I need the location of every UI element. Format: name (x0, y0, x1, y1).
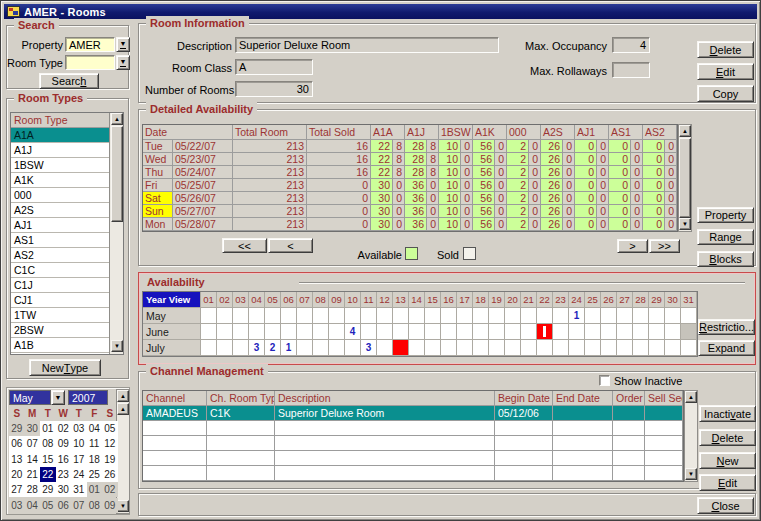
property-input[interactable]: AMER (65, 37, 115, 52)
year-view-cell[interactable] (329, 340, 345, 356)
room-type-item[interactable]: C1C (11, 263, 110, 278)
room-type-item[interactable]: AJ1 (11, 218, 110, 233)
calendar-day[interactable]: 05 (40, 498, 56, 513)
channel-empty-row[interactable] (143, 451, 683, 466)
year-view-cell[interactable] (681, 308, 697, 324)
year-view-cell[interactable] (649, 340, 665, 356)
blocks-button[interactable]: Blocks (697, 251, 754, 267)
calendar-day[interactable]: 05 (102, 421, 118, 436)
year-view-cell[interactable] (585, 308, 601, 324)
inactivate-button[interactable]: Inactivate (699, 405, 756, 422)
calendar-day[interactable]: 30 (56, 482, 72, 497)
year-view-cell[interactable] (393, 324, 409, 340)
availability-row[interactable]: Thu05/24/072131622828810056020260000000 (143, 166, 677, 179)
year-view-cell[interactable] (249, 324, 265, 340)
availability-row[interactable]: Wed05/23/072131622828810056020260000000 (143, 153, 677, 166)
calendar-day[interactable]: 03 (71, 421, 87, 436)
year-view-cell[interactable]: 1 (569, 308, 585, 324)
year-view-cell[interactable] (457, 324, 473, 340)
year-view-cell[interactable] (393, 340, 409, 356)
year-view-cell[interactable]: 2 (265, 340, 281, 356)
availability-row[interactable]: Sat05/26/07213030036010056020260000000 (143, 192, 677, 205)
year-view-cell[interactable] (617, 340, 633, 356)
room-type-item[interactable]: A2S (11, 203, 110, 218)
edit-room-button[interactable]: Edit (697, 63, 754, 80)
year-view-cell[interactable] (601, 340, 617, 356)
scroll-down-icon[interactable]: ▼ (679, 218, 691, 230)
number-of-rooms-field[interactable]: 30 (235, 81, 313, 97)
calendar-day[interactable]: 04 (25, 498, 41, 513)
year-view-cell[interactable] (345, 340, 361, 356)
channel-row[interactable]: AMADEUSC1KSuperior Deluxe Room05/12/06 (143, 406, 683, 421)
year-view-cell[interactable] (665, 308, 681, 324)
year-view-cell[interactable] (633, 324, 649, 340)
calendar-month-dropdown-icon[interactable]: ▼ (51, 390, 65, 405)
year-view-cell[interactable] (313, 324, 329, 340)
year-view-cell[interactable] (425, 324, 441, 340)
calendar-day[interactable]: 08 (87, 498, 103, 513)
year-view-cell[interactable] (217, 324, 233, 340)
restrictions-button[interactable]: Restrictio... (698, 319, 755, 335)
year-view-cell[interactable]: 3 (249, 340, 265, 356)
year-view-cell[interactable] (521, 324, 537, 340)
year-view-cell[interactable] (329, 324, 345, 340)
year-view-cell[interactable] (297, 308, 313, 324)
calendar-day[interactable]: 20 (9, 467, 25, 482)
scroll-up-icon[interactable]: ▲ (117, 390, 129, 402)
channel-empty-row[interactable] (143, 421, 683, 436)
calendar-day[interactable]: 02 (56, 421, 72, 436)
year-view-cell[interactable] (377, 324, 393, 340)
title-bar[interactable]: AMER - Rooms (4, 4, 757, 19)
year-view-cell[interactable] (633, 340, 649, 356)
year-view-cell[interactable] (473, 308, 489, 324)
year-view-cell[interactable] (217, 308, 233, 324)
nav-first-button[interactable]: << (222, 238, 267, 253)
room-type-lov-button[interactable]: ▼ (116, 55, 130, 70)
year-view-cell[interactable] (345, 308, 361, 324)
year-view-cell[interactable] (377, 340, 393, 356)
year-view-cell[interactable] (313, 340, 329, 356)
room-type-item[interactable]: CJ1 (11, 293, 110, 308)
year-view-cell[interactable] (281, 308, 297, 324)
year-view-cell[interactable] (617, 324, 633, 340)
year-view-cell[interactable] (473, 340, 489, 356)
year-view-cell[interactable] (489, 308, 505, 324)
copy-room-button[interactable]: Copy (697, 85, 754, 102)
nav-last-button[interactable]: >> (649, 239, 680, 253)
close-button[interactable]: Close (697, 497, 754, 514)
calendar-day[interactable]: 09 (56, 436, 72, 451)
calendar-day[interactable]: 01 (87, 482, 103, 497)
calendar-day[interactable]: 23 (56, 467, 72, 482)
channel-empty-row[interactable] (143, 436, 683, 451)
year-view-cell[interactable] (537, 308, 553, 324)
year-view-cell[interactable] (649, 324, 665, 340)
room-type-item[interactable]: A1B (11, 338, 110, 353)
calendar-day[interactable]: 04 (87, 421, 103, 436)
scroll-down-icon[interactable]: ▼ (685, 468, 697, 480)
calendar-day[interactable]: 08 (40, 436, 56, 451)
year-view-cell[interactable]: 3 (361, 340, 377, 356)
calendar-day[interactable]: 11 (87, 436, 103, 451)
year-view-cell[interactable] (425, 340, 441, 356)
calendar-scrollbar[interactable]: ▲ ▲ ▼ (116, 389, 130, 514)
year-view-cell[interactable] (233, 324, 249, 340)
year-view-cell[interactable] (377, 308, 393, 324)
scroll-up-icon[interactable]: ▲ (679, 125, 691, 137)
calendar-day[interactable]: 14 (25, 452, 41, 467)
year-view-cell[interactable] (361, 324, 377, 340)
room-type-scrollbar[interactable]: ▲ ▼ (109, 113, 123, 354)
year-view-cell[interactable] (681, 324, 697, 340)
year-view-cell[interactable] (665, 340, 681, 356)
scroll-down-icon[interactable]: ▼ (117, 500, 129, 512)
year-view-cell[interactable] (537, 324, 553, 340)
show-inactive-checkbox[interactable] (599, 375, 610, 386)
year-view-cell[interactable] (409, 324, 425, 340)
year-view-cell[interactable] (217, 340, 233, 356)
year-view-cell[interactable] (633, 308, 649, 324)
nav-next-button[interactable]: > (617, 239, 648, 253)
year-view-cell[interactable] (457, 340, 473, 356)
property-lov-button[interactable]: ▼ (116, 37, 130, 52)
year-view-cell[interactable] (233, 340, 249, 356)
calendar-day[interactable]: 21 (25, 467, 41, 482)
room-type-item[interactable]: C1J (11, 278, 110, 293)
